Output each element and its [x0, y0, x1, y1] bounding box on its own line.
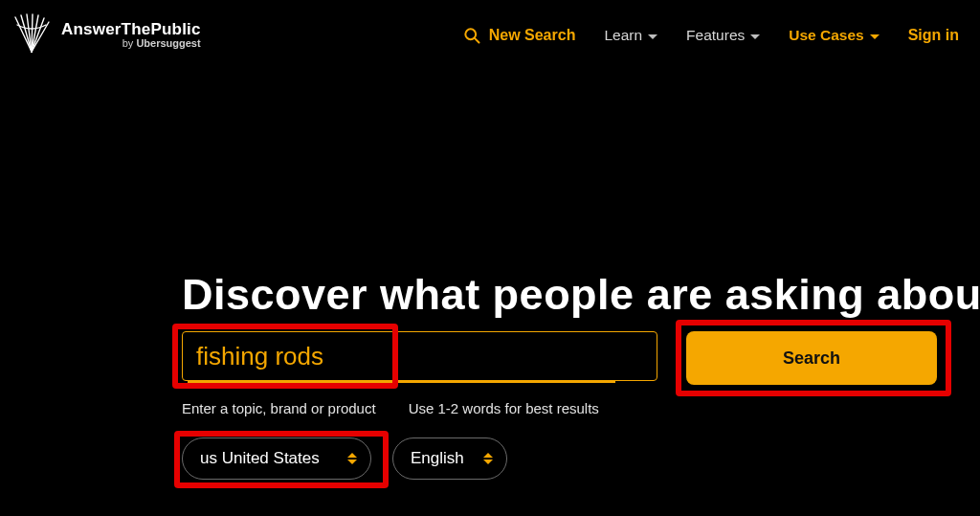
logo-text: AnswerThePublic by Ubersuggest [61, 21, 201, 49]
hint-topic: Enter a topic, brand or product [182, 400, 376, 416]
search-input-wrap [182, 331, 657, 381]
search-button[interactable]: Search [686, 331, 937, 385]
language-select[interactable]: English [392, 437, 507, 480]
input-underline [188, 381, 615, 383]
language-select-label: English [411, 449, 464, 468]
hint-words: Use 1-2 words for best results [409, 400, 599, 416]
nav-learn-label: Learn [604, 27, 642, 44]
search-input[interactable] [182, 331, 657, 381]
new-search-label: New Search [489, 27, 576, 44]
sign-in-link[interactable]: Sign in [908, 27, 959, 44]
search-icon [462, 26, 481, 45]
sort-icon [483, 453, 493, 464]
country-select-label: us United States [200, 449, 320, 468]
chevron-down-icon [750, 34, 760, 39]
sort-icon [347, 453, 357, 464]
nav-features[interactable]: Features [686, 27, 760, 44]
nav-learn[interactable]: Learn [604, 27, 657, 44]
logo-title: AnswerThePublic [61, 21, 201, 38]
top-nav: New Search Learn Features Use Cases Sign… [462, 26, 959, 45]
nav-use-cases[interactable]: Use Cases [789, 27, 879, 44]
logo-icon [10, 13, 54, 57]
header: AnswerThePublic by Ubersuggest New Searc… [0, 0, 980, 59]
country-select[interactable]: us United States [182, 437, 371, 480]
logo[interactable]: AnswerThePublic by Ubersuggest [10, 13, 201, 57]
search-row: Search [182, 331, 980, 385]
hero: Discover what people are asking about… S… [182, 270, 980, 480]
hero-headline: Discover what people are asking about… [182, 270, 980, 320]
filter-row: us United States English [182, 437, 980, 480]
chevron-down-icon [648, 34, 657, 39]
search-button-wrap: Search [686, 331, 937, 385]
svg-line-1 [475, 38, 479, 43]
nav-use-cases-label: Use Cases [789, 27, 863, 44]
logo-byline: by Ubersuggest [61, 38, 201, 50]
search-hints: Enter a topic, brand or product Use 1-2 … [182, 400, 980, 416]
nav-features-label: Features [686, 27, 745, 44]
new-search-link[interactable]: New Search [462, 26, 576, 45]
chevron-down-icon [870, 34, 880, 39]
